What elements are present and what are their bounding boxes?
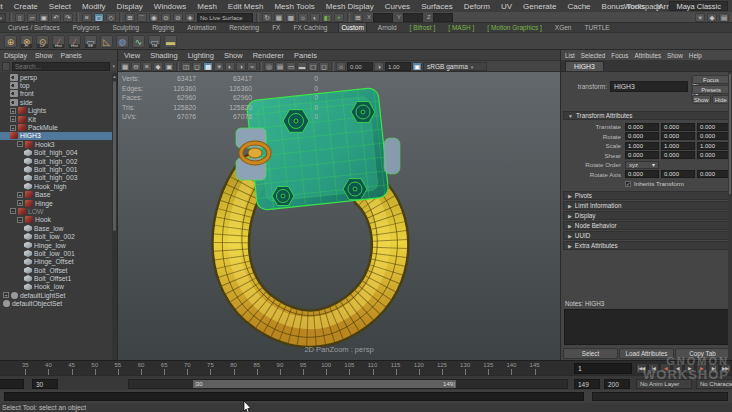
shelf-tab-mash[interactable]: [ MASH ]: [446, 23, 476, 32]
step-forward-frame-button[interactable]: ▶|: [708, 363, 719, 374]
outliner-item-side[interactable]: side: [0, 98, 112, 106]
outliner-item-bolt-high-004[interactable]: Bolt_high_004: [0, 149, 112, 157]
live-surface-field[interactable]: No Live Surface: [197, 13, 253, 22]
attr-value-field[interactable]: 0.000: [697, 170, 731, 178]
outliner-filter-icon[interactable]: [2, 62, 10, 71]
outliner-item-top[interactable]: top: [0, 81, 112, 89]
gamma-field[interactable]: 1.00: [385, 62, 411, 71]
section-transform-attributes[interactable]: ▼ Transform Attributes: [563, 111, 730, 120]
focus-button[interactable]: Focus: [692, 75, 730, 84]
animation-start-field[interactable]: [0, 379, 24, 389]
go-to-start-button[interactable]: |◀◀: [636, 363, 647, 374]
search-input[interactable]: [12, 62, 110, 71]
expand-icon[interactable]: +: [17, 200, 23, 206]
workspace-dropdown[interactable]: Maya Classic: [669, 1, 728, 11]
outliner-item-packmule[interactable]: +PackMule: [0, 123, 112, 131]
character-icon[interactable]: ⌖: [334, 13, 344, 22]
screen-space-ao-icon[interactable]: ◑: [236, 62, 246, 71]
attr-value-field[interactable]: 0.000: [697, 151, 731, 159]
outliner-item-base-low[interactable]: Base_low: [0, 224, 112, 232]
scrollbar-thumb[interactable]: [113, 81, 116, 231]
outliner-item-bolt-offset1[interactable]: Bolt_Offset1: [0, 274, 112, 282]
copy-tab-button[interactable]: Copy Tab: [675, 348, 730, 359]
shaded-icon[interactable]: ◻: [192, 62, 202, 71]
attr-value-field[interactable]: 1.000: [661, 142, 695, 150]
go-to-end-button[interactable]: ▶▶|: [720, 363, 731, 374]
viewport-menu-lighting[interactable]: Lighting: [188, 51, 214, 59]
outliner-item-bolt-low-001[interactable]: Bolt_low_001: [0, 249, 112, 257]
menu-cache[interactable]: Cache: [567, 2, 590, 11]
rotate-order-dropdown[interactable]: xyz▾: [625, 161, 659, 169]
bookmark-icon[interactable]: ◆: [153, 62, 163, 71]
outliner-item-low[interactable]: −LOW: [0, 207, 112, 215]
attr-value-field[interactable]: 0.000: [661, 123, 695, 131]
gamma-icon[interactable]: ◑: [374, 62, 384, 71]
shelf-tab-motion-graphics[interactable]: [ Motion Graphics ]: [485, 23, 544, 32]
step-back-frame-button[interactable]: |◀: [648, 363, 659, 374]
joint-tool-icon[interactable]: ⊕: [4, 35, 17, 48]
menu-create[interactable]: Create: [14, 2, 38, 11]
render-icon[interactable]: ▦: [274, 13, 284, 22]
textured-icon[interactable]: ▩: [203, 62, 213, 71]
collapse-icon[interactable]: −: [10, 208, 16, 214]
play-backwards-button[interactable]: ◀: [672, 363, 683, 374]
outliner-menu-display[interactable]: Display: [4, 52, 27, 58]
range-grip-right[interactable]: |||: [453, 381, 454, 387]
isolate-select-icon[interactable]: ◎: [264, 62, 274, 71]
shelf-tab-rendering[interactable]: Rendering: [227, 23, 261, 32]
shelf-tab-fx-caching[interactable]: FX Caching: [291, 23, 329, 32]
snap-point-icon[interactable]: ◉: [149, 13, 159, 22]
select-button[interactable]: Select: [563, 348, 618, 359]
exposure-icon[interactable]: ☼: [336, 62, 346, 71]
shelf-tab-sculpting[interactable]: Sculpting: [110, 23, 141, 32]
outliner-item-bolt-low-002[interactable]: Bolt_low_002: [0, 232, 112, 240]
outliner-item-hinge-offset[interactable]: Hinge_Offset: [0, 258, 112, 266]
tab-high3[interactable]: HIGH3: [565, 61, 604, 71]
attr-value-field[interactable]: 1.000: [697, 142, 731, 150]
select-object-icon[interactable]: ▢: [94, 13, 104, 22]
menu-windows[interactable]: Windows: [154, 2, 186, 11]
paint-weights-icon[interactable]: ∕Hist: [52, 35, 65, 48]
ipr-render-icon[interactable]: ▩: [286, 13, 296, 22]
attr-value-field[interactable]: 0.000: [697, 123, 731, 131]
shelf-tab-polygons[interactable]: Polygons: [71, 23, 102, 32]
outliner-item-high3[interactable]: HIGH3: [0, 132, 112, 140]
character-controls-icon[interactable]: ◆: [707, 13, 717, 22]
outliner-item-hook[interactable]: −Hook: [0, 216, 112, 224]
outliner-menu-panels[interactable]: Panels: [60, 52, 81, 58]
viewport-menu-view[interactable]: View: [124, 51, 140, 59]
redo-icon[interactable]: ↷: [63, 13, 73, 22]
snap-projected-center-icon[interactable]: ⊙: [161, 13, 171, 22]
range-track[interactable]: ||| 30 149 |||: [128, 379, 568, 389]
step-forward-key-button[interactable]: ▶: [696, 363, 707, 374]
menu-deform[interactable]: Deform: [464, 2, 490, 11]
ae-menu-show[interactable]: Show: [667, 52, 683, 58]
section-node-behavior[interactable]: ▶Node Behavior: [563, 221, 730, 230]
attribute-editor-scrollbar[interactable]: [728, 72, 732, 360]
shadows-icon[interactable]: ◐: [225, 62, 235, 71]
construction-history-icon[interactable]: ↻: [262, 13, 272, 22]
character-set-dropdown[interactable]: No Character Set: [696, 379, 732, 389]
display-layer-icon[interactable]: ◐: [310, 13, 320, 22]
move-plane-icon[interactable]: ◺: [100, 35, 113, 48]
menu-edit-mesh[interactable]: Edit Mesh: [228, 2, 264, 11]
attr-value-field[interactable]: 0.000: [661, 151, 695, 159]
screen-se-icon[interactable]: ▭SE: [84, 35, 97, 48]
attr-value-field[interactable]: 0.000: [661, 170, 695, 178]
outliner-scrollbar[interactable]: ▴: [112, 73, 117, 360]
ik-handle-icon[interactable]: ⊗FI: [20, 35, 33, 48]
attr-value-field[interactable]: 1.000: [625, 142, 659, 150]
attr-value-field[interactable]: 0.000: [625, 151, 659, 159]
shelf-tab-fx[interactable]: FX: [270, 23, 282, 32]
modeling-toolkit-icon[interactable]: ☀: [695, 13, 705, 22]
mel-command-input[interactable]: [4, 392, 584, 401]
ae-menu-help[interactable]: Help: [689, 52, 702, 58]
file-new-icon[interactable]: ▯: [15, 13, 25, 22]
section-pivots[interactable]: ▶Pivots: [563, 191, 730, 200]
section-limit-information[interactable]: ▶Limit Information: [563, 201, 730, 210]
x-coordinate-field[interactable]: [373, 13, 393, 22]
section-display[interactable]: ▶Display: [563, 211, 730, 220]
section-uuid[interactable]: ▶UUID: [563, 231, 730, 240]
snap-view-plane-icon[interactable]: ⊘: [173, 13, 183, 22]
chevron-down-icon[interactable]: ▾: [112, 63, 115, 69]
